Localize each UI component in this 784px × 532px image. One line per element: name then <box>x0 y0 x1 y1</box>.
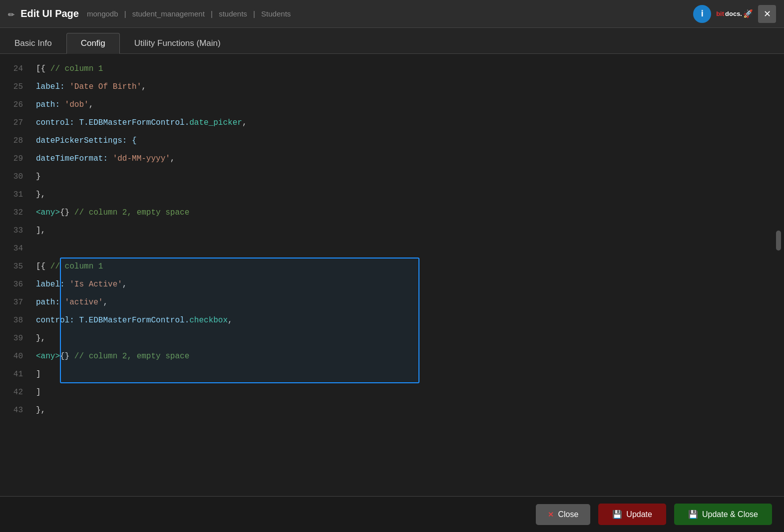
line-number-41: 41 <box>0 365 23 383</box>
code-line-26: path: 'dob', <box>36 96 784 114</box>
info-button[interactable]: i <box>693 5 711 23</box>
code-line-41: ] <box>36 365 784 383</box>
code-line-31: }, <box>36 186 784 204</box>
page-title: Edit UI Page <box>20 8 79 19</box>
pencil-icon: ✏️ <box>8 7 14 20</box>
breadcrumb-students: students <box>219 9 247 18</box>
close-label: Close <box>558 510 578 519</box>
line-number-37: 37 <box>0 293 23 311</box>
tab-utility-functions[interactable]: Utility Functions (Main) <box>120 33 235 54</box>
title-bar-right: i bitdocs.🚀 ✕ <box>693 5 776 23</box>
code-line-32: <any>{} // column 2, empty space <box>36 204 784 222</box>
code-line-28: datePickerSettings: { <box>36 132 784 150</box>
line-number-33: 33 <box>0 222 23 240</box>
breadcrumb-student-management: student_management <box>132 9 205 18</box>
line-number-32: 32 <box>0 204 23 222</box>
line-number-30: 30 <box>0 168 23 186</box>
close-x-icon: ✕ <box>548 511 554 519</box>
breadcrumb-students-cap: Students <box>261 9 291 18</box>
footer: ✕ Close 💾 Update 💾 Update & Close <box>0 496 784 532</box>
line-number-24: 24 <box>0 60 23 78</box>
update-close-label: Update & Close <box>702 510 758 519</box>
line-number-28: 28 <box>0 132 23 150</box>
code-line-34 <box>36 240 784 258</box>
line-number-35: 35 <box>0 258 23 275</box>
code-line-40: <any>{} // column 2, empty space <box>36 347 784 365</box>
code-line-42: ] <box>36 383 784 401</box>
line-number-36: 36 <box>0 275 23 293</box>
update-label: Update <box>626 510 652 519</box>
line-number-42: 42 <box>0 383 23 401</box>
update-button[interactable]: 💾 Update <box>598 504 666 525</box>
code-line-29: dateTimeFormat: 'dd-MM-yyyy', <box>36 150 784 168</box>
tab-config[interactable]: Config <box>66 33 120 54</box>
line-number-26: 26 <box>0 96 23 114</box>
breadcrumb-mongodb: mongodb <box>87 9 118 18</box>
code-line-25: label: 'Date Of Birth', <box>36 78 784 96</box>
update-close-save-icon: 💾 <box>688 510 698 519</box>
tab-bar: Basic Info Config Utility Functions (Mai… <box>0 28 784 54</box>
code-line-37: path: 'active', <box>36 293 784 311</box>
line-number-25: 25 <box>0 78 23 96</box>
code-line-35: [{ // column 1 <box>36 258 784 275</box>
scrollbar-thumb[interactable] <box>776 231 781 251</box>
tab-basic-info[interactable]: Basic Info <box>0 33 66 54</box>
line-number-38: 38 <box>0 311 23 329</box>
line-number-39: 39 <box>0 329 23 347</box>
close-button[interactable]: ✕ Close <box>536 504 590 525</box>
line-number-29: 29 <box>0 150 23 168</box>
line-number-43: 43 <box>0 401 23 419</box>
code-line-39: }, <box>36 329 784 347</box>
line-number-34: 34 <box>0 240 23 258</box>
code-line-36: label: 'Is Active', <box>36 275 784 293</box>
title-bar: ✏️ Edit UI Page mongodb | student_manage… <box>0 0 784 28</box>
code-content[interactable]: [{ // column 1 label: 'Date Of Birth', p… <box>30 54 784 496</box>
line-number-40: 40 <box>0 347 23 365</box>
update-close-button[interactable]: 💾 Update & Close <box>674 504 772 525</box>
bitdocs-logo: bitdocs.🚀 <box>716 9 753 18</box>
update-save-icon: 💾 <box>612 510 622 519</box>
breadcrumb: mongodb | student_management | students … <box>85 9 293 18</box>
code-line-24: [{ // column 1 <box>36 60 784 78</box>
code-line-30: } <box>36 168 784 186</box>
code-line-33: ], <box>36 222 784 240</box>
code-line-43: }, <box>36 401 784 419</box>
line-numbers: 2425262728293031323334353637383940414243 <box>0 54 30 496</box>
line-number-31: 31 <box>0 186 23 204</box>
line-number-27: 27 <box>0 114 23 132</box>
code-area[interactable]: 2425262728293031323334353637383940414243… <box>0 54 784 496</box>
code-line-38: control: T.EDBMasterFormControl.checkbox… <box>36 311 784 329</box>
window-close-button[interactable]: ✕ <box>758 5 776 23</box>
code-line-27: control: T.EDBMasterFormControl.date_pic… <box>36 114 784 132</box>
